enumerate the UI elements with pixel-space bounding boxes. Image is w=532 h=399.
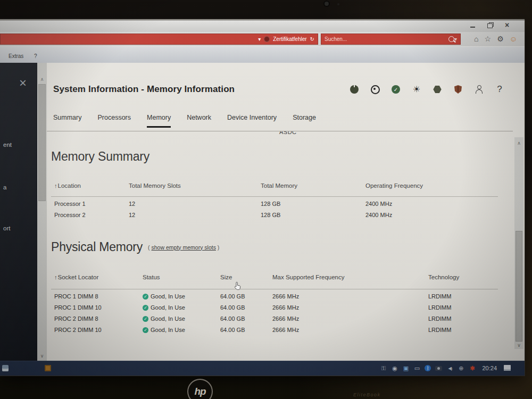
browser-toolbar: ▾ Zertifikatfehler ↻ Suchen... ▾ ⌂ ☆ ⚙ ☺ <box>0 32 525 46</box>
sun-icon[interactable]: ☀ <box>413 85 420 94</box>
sidebar-item-fragment[interactable]: ent <box>3 142 12 148</box>
sort-arrow-icon: ↑ <box>54 182 57 189</box>
column-header-operating-frequency[interactable]: Operating Frequency <box>365 182 423 189</box>
scrollbar-thumb[interactable] <box>516 231 522 342</box>
status-ok-icon: ✓ <box>143 316 148 322</box>
column-header-size[interactable]: Size <box>220 274 232 280</box>
close-icon[interactable]: × <box>503 22 511 29</box>
laptop-webcam <box>325 2 329 6</box>
status-ok-icon: ✓ <box>143 327 148 333</box>
sidebar-item-fragment[interactable]: a <box>3 184 6 190</box>
nav-sidebar: × ent a ort <box>0 63 37 361</box>
show-empty-slots-link-wrap: ( show empty memory slots ) <box>148 244 219 251</box>
bluetooth-icon[interactable]: ᛒ <box>425 365 431 371</box>
tab-bar: Summary Processors Memory Network Device… <box>53 114 316 128</box>
column-header-socket-locator[interactable]: ↑Socket Locator <box>54 274 98 280</box>
minimize-icon[interactable] <box>469 22 477 29</box>
laptop-screen: × ▾ Zertifikatfehler ↻ Suchen... ▾ ⌂ ☆ ⚙… <box>0 20 525 376</box>
scroll-down-icon[interactable]: ∨ <box>514 343 523 348</box>
scroll-region: ASDC Memory Summary ↑Location Total Memo… <box>47 131 513 361</box>
table-row: PROC 2 DIMM 8 ✓Good, In Use 64.00 GB 266… <box>51 315 513 326</box>
table-row: Processor 1 12 128 GB 2400 MHz <box>51 201 513 211</box>
laptop-model-text: EliteBook <box>353 392 381 397</box>
table-row: PROC 1 DIMM 10 ✓Good, In Use 64.00 GB 26… <box>51 304 513 315</box>
tab-device-inventory[interactable]: Device Inventory <box>227 114 277 128</box>
ilo-status-icons: ✓ ☀ ? <box>350 84 504 95</box>
help-icon[interactable]: ? <box>497 84 502 95</box>
column-header-location[interactable]: ↑Location <box>54 182 81 189</box>
column-header-total-memory[interactable]: Total Memory <box>261 182 297 189</box>
speaker-icon[interactable]: ◀) <box>446 365 453 372</box>
camera-icon[interactable] <box>435 366 442 371</box>
system-tray: ⚿ ◉ ▣ ▭ ᛒ ◀) ⊕ ✱ 20:24 <box>380 361 497 376</box>
refresh-icon[interactable]: ↻ <box>310 36 314 42</box>
show-empty-memory-slots-link[interactable]: show empty memory slots <box>152 244 216 251</box>
taskbar-app-icon[interactable] <box>2 365 9 371</box>
tab-memory[interactable]: Memory <box>147 114 171 128</box>
certificate-error-text[interactable]: Zertifikatfehler <box>273 36 306 42</box>
address-dropdown-icon[interactable]: ▾ <box>258 36 261 42</box>
search-input[interactable]: Suchen... ▾ <box>321 34 461 45</box>
table-row: Processor 2 12 128 GB 2400 MHz <box>51 212 513 222</box>
sidebar-item-fragment[interactable]: ort <box>3 225 10 231</box>
restore-icon[interactable] <box>486 22 494 29</box>
table-header-rule <box>51 289 498 289</box>
menu-extras[interactable]: Extras <box>9 53 23 59</box>
clock[interactable]: 20:24 <box>482 365 497 371</box>
hexagon-icon[interactable] <box>433 86 442 94</box>
physical-memory-table: ↑Socket Locator Status Size Max Supporte… <box>51 274 513 343</box>
shield-icon[interactable] <box>454 85 462 94</box>
usb-icon[interactable]: ⚿ <box>380 365 387 372</box>
ilo-page: System Information - Memory Information … <box>47 63 525 361</box>
table-row: PROC 2 DIMM 10 ✓Good, In Use 64.00 GB 26… <box>51 327 513 337</box>
column-header-total-memory-slots[interactable]: Total Memory Slots <box>129 182 181 189</box>
uid-target-icon[interactable] <box>371 85 380 94</box>
settings-gear-icon[interactable]: ⚙ <box>497 35 504 43</box>
memory-summary-title: Memory Summary <box>51 149 149 164</box>
browser-menubar: Extras ? <box>0 46 525 63</box>
search-placeholder: Suchen... <box>325 36 347 42</box>
page-title: System Information - Memory Information <box>53 84 235 95</box>
favorites-star-icon[interactable]: ☆ <box>485 35 492 43</box>
status-ok-icon: ✓ <box>143 294 148 300</box>
webcam-tray-icon[interactable]: ◉ <box>391 365 398 372</box>
column-header-technology[interactable]: Technology <box>428 274 459 280</box>
smiley-feedback-icon[interactable]: ☺ <box>510 35 517 43</box>
home-icon[interactable]: ⌂ <box>474 35 478 43</box>
address-bar[interactable]: ▾ Zertifikatfehler ↻ <box>0 34 318 45</box>
taskbar-app-icon[interactable] <box>45 365 51 371</box>
tab-storage[interactable]: Storage <box>293 114 316 128</box>
memory-summary-table: ↑Location Total Memory Slots Total Memor… <box>51 182 513 230</box>
windows-taskbar: ⚿ ◉ ▣ ▭ ᛒ ◀) ⊕ ✱ 20:24 <box>0 361 525 376</box>
sort-arrow-icon: ↑ <box>54 274 57 280</box>
column-header-status[interactable]: Status <box>143 274 160 280</box>
search-icon[interactable] <box>448 36 454 42</box>
browser-titlebar: × <box>0 20 525 32</box>
sidebar-close-icon[interactable]: × <box>19 77 27 89</box>
physical-memory-title: Physical Memory ( show empty memory slot… <box>51 240 219 254</box>
menu-help[interactable]: ? <box>34 53 37 59</box>
table-row: PROC 1 DIMM 8 ✓Good, In Use 64.00 GB 266… <box>51 293 513 304</box>
tab-processors[interactable]: Processors <box>97 114 131 128</box>
left-scrollbar[interactable]: ∧ ∨ <box>37 63 47 361</box>
health-check-icon[interactable]: ✓ <box>392 85 400 94</box>
app-blue-icon[interactable]: ▣ <box>402 365 409 372</box>
clipped-scroll-text: ASDC <box>279 131 297 135</box>
status-ok-icon: ✓ <box>143 305 148 311</box>
scroll-up-icon[interactable]: ∧ <box>37 77 47 82</box>
user-icon[interactable] <box>475 85 483 94</box>
scroll-up-icon[interactable]: ∧ <box>514 140 523 146</box>
scroll-down-icon[interactable]: ∨ <box>37 353 47 359</box>
antivirus-icon[interactable]: ✱ <box>469 365 476 372</box>
monitor-icon[interactable]: ▭ <box>413 365 420 372</box>
power-icon[interactable] <box>350 85 359 94</box>
notification-icon[interactable] <box>504 365 511 371</box>
tab-summary[interactable]: Summary <box>53 114 81 128</box>
mouse-cursor <box>234 281 242 290</box>
scrollbar-thumb[interactable] <box>38 84 46 201</box>
tab-network[interactable]: Network <box>187 114 211 128</box>
ilo-content: × ent a ort ∧ ∨ System Information - Mem… <box>0 63 525 361</box>
network-globe-icon[interactable]: ⊕ <box>458 365 464 372</box>
column-header-max-supported-frequency[interactable]: Max Supported Frequency <box>272 274 345 280</box>
content-scrollbar[interactable]: ∧ ∨ <box>514 137 523 349</box>
